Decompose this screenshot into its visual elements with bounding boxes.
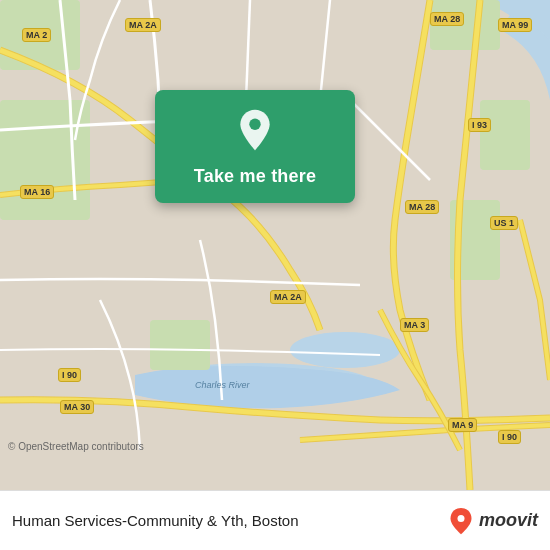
road-badge-us1: US 1	[490, 216, 518, 230]
svg-rect-6	[150, 320, 210, 370]
map-attribution: © OpenStreetMap contributors	[8, 441, 144, 452]
road-badge-i93: I 93	[468, 118, 491, 132]
svg-point-10	[249, 119, 260, 130]
road-badge-ma28-top: MA 28	[430, 12, 464, 26]
moovit-pin-icon	[447, 507, 475, 535]
svg-text:Charles River: Charles River	[195, 380, 251, 390]
moovit-label: moovit	[479, 510, 538, 531]
svg-point-2	[290, 332, 400, 368]
road-badge-ma28-mid: MA 28	[405, 200, 439, 214]
road-badge-ma16: MA 16	[20, 185, 54, 199]
moovit-logo: moovit	[447, 507, 538, 535]
svg-point-11	[457, 514, 464, 521]
road-badge-ma9: MA 9	[448, 418, 477, 432]
map-container: Charles River MA 2A MA 28 MA 99 MA 2 I 9…	[0, 0, 550, 490]
location-card: Take me there	[155, 90, 355, 203]
svg-rect-8	[480, 100, 530, 170]
take-me-there-button[interactable]: Take me there	[194, 164, 316, 189]
bottom-bar: Human Services-Community & Yth, Boston m…	[0, 490, 550, 550]
road-badge-ma3: MA 3	[400, 318, 429, 332]
road-badge-ma2-left: MA 2	[22, 28, 51, 42]
map-svg: Charles River	[0, 0, 550, 490]
svg-rect-4	[0, 100, 90, 220]
road-badge-i90-right: I 90	[498, 430, 521, 444]
road-badge-ma2a-bot: MA 2A	[270, 290, 306, 304]
road-badge-ma99: MA 99	[498, 18, 532, 32]
road-badge-ma2a-top: MA 2A	[125, 18, 161, 32]
road-badge-i90-left: I 90	[58, 368, 81, 382]
map-pin-icon	[233, 108, 277, 152]
road-badge-ma30: MA 30	[60, 400, 94, 414]
location-title: Human Services-Community & Yth, Boston	[12, 512, 447, 529]
